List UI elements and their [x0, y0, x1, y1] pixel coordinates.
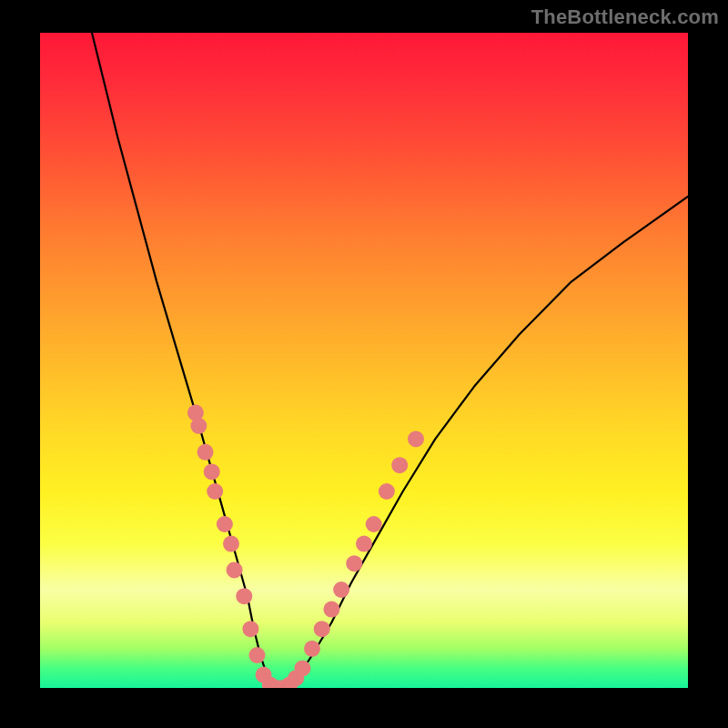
data-marker — [356, 536, 372, 552]
data-marker — [366, 516, 382, 532]
data-marker — [391, 457, 408, 473]
data-marker — [323, 602, 339, 618]
data-marker — [190, 418, 207, 434]
data-marker — [236, 588, 252, 604]
data-marker — [249, 647, 266, 663]
data-marker — [314, 621, 330, 637]
data-marker — [379, 483, 395, 500]
curve-layer — [40, 33, 688, 688]
data-marker — [242, 621, 258, 637]
data-marker — [333, 581, 349, 598]
watermark-label: TheBottleneck.com — [531, 5, 719, 29]
plot-area — [40, 33, 688, 688]
bottleneck-curve — [92, 33, 688, 688]
data-marker — [227, 561, 243, 578]
data-marker — [217, 516, 233, 532]
data-marker — [408, 430, 424, 447]
data-marker — [197, 444, 214, 460]
data-marker — [207, 483, 223, 500]
data-marker — [346, 555, 362, 571]
data-marker — [294, 660, 310, 676]
chart-frame: TheBottleneck.com — [0, 0, 728, 728]
data-marker — [304, 641, 320, 657]
data-marker — [204, 463, 220, 480]
marker-group — [187, 405, 424, 688]
data-marker — [223, 536, 239, 552]
